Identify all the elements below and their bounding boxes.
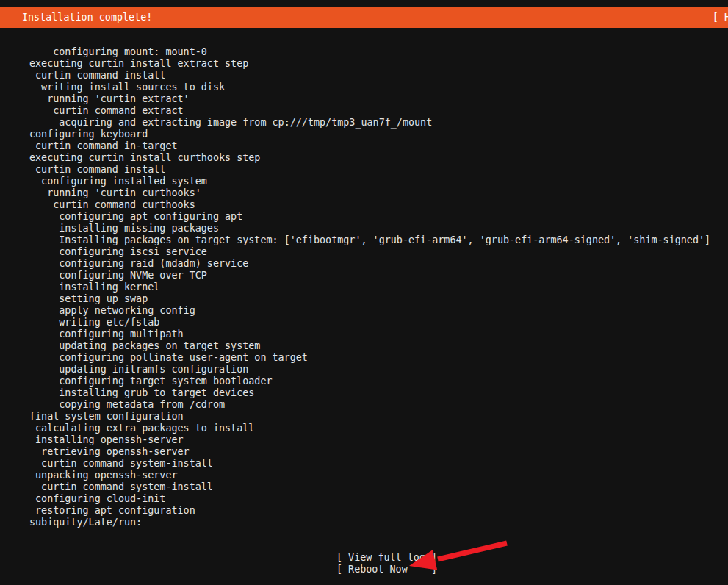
footer-buttons: [ View full log ] [ Reboot Now ] [336, 552, 437, 575]
install-log-text: configuring mount: mount-0 executing cur… [24, 40, 728, 528]
help-button[interactable]: [ H [713, 12, 728, 23]
install-log-box: configuring mount: mount-0 executing cur… [24, 40, 728, 531]
view-full-log-button[interactable]: [ View full log ] [336, 552, 437, 564]
page-title: Installation complete! [22, 12, 152, 23]
header-bar: Installation complete! [ H [0, 7, 728, 28]
installer-screen: { "colors": { "background": "#121212", "… [0, 0, 728, 585]
reboot-now-button[interactable]: [ Reboot Now ] [336, 564, 437, 575]
